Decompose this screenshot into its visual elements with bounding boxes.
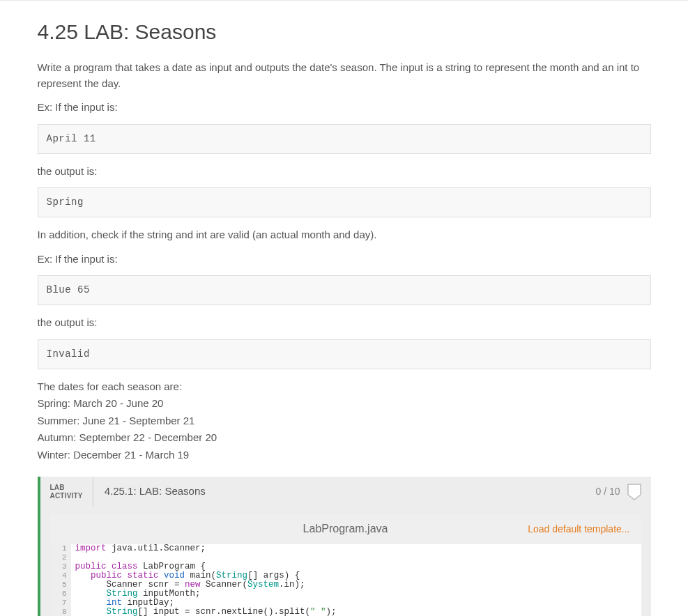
season-summer: Summer: June 21 - September 21 (38, 413, 651, 429)
addition-text: In addition, check if the string and int… (38, 227, 651, 243)
season-autumn: Autumn: September 22 - December 20 (38, 430, 651, 446)
intro-text: Write a program that takes a date as inp… (38, 60, 651, 91)
lab-activity: LAB ACTIVITY 4.25.1: LAB: Seasons 0 / 10… (38, 477, 651, 616)
season-spring: Spring: March 20 - June 20 (38, 396, 651, 412)
example-label-1: Ex: If the input is: (38, 100, 651, 116)
example-output-1: Spring (38, 187, 651, 217)
code-line: String[] input = scnr.nextLine().split("… (71, 608, 337, 616)
example-input-2: Blue 65 (38, 275, 651, 305)
activity-tag: LAB ACTIVITY (40, 477, 93, 507)
example-input-1: April 11 (38, 124, 651, 154)
season-list: The dates for each season are: Spring: M… (38, 379, 651, 463)
code-line: import java.util.Scanner; (71, 544, 206, 553)
page-title: 4.25 LAB: Seasons (38, 16, 651, 47)
activity-score: 0 / 10 (595, 484, 620, 499)
example-label-2: Ex: If the input is: (38, 252, 651, 268)
code-editor[interactable]: 1import java.util.Scanner; 2 3public cla… (50, 544, 641, 616)
output-label-1: the output is: (38, 164, 651, 180)
seasons-heading: The dates for each season are: (38, 379, 651, 395)
activity-title: 4.25.1: LAB: Seasons (93, 484, 596, 500)
editor-filename: LabProgram.java (303, 521, 388, 537)
load-default-template-button[interactable]: Load default template... (528, 522, 629, 537)
shield-icon (627, 484, 641, 500)
example-output-2: Invalid (38, 339, 651, 369)
output-label-2: the output is: (38, 315, 651, 331)
season-winter: Winter: December 21 - March 19 (38, 447, 651, 463)
